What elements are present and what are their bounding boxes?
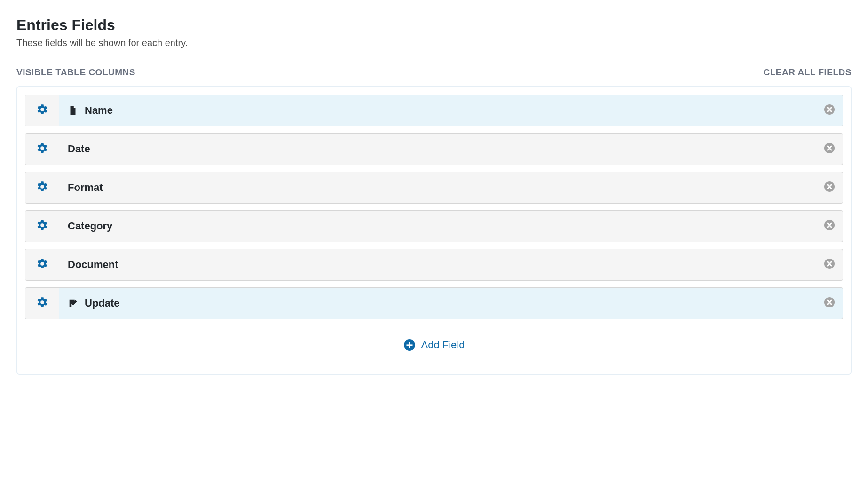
close-circle-icon xyxy=(824,258,835,271)
field-row[interactable]: Date xyxy=(25,133,843,165)
close-circle-icon xyxy=(824,104,835,117)
field-row[interactable]: Category xyxy=(25,210,843,242)
gear-icon xyxy=(36,219,48,233)
plus-circle-icon xyxy=(403,339,416,351)
field-settings-button[interactable] xyxy=(25,172,59,203)
field-label-cell[interactable]: Format xyxy=(59,172,816,203)
section-header: VISIBLE TABLE COLUMNS CLEAR ALL FIELDS xyxy=(16,67,852,78)
fields-list: NameDateFormatCategoryDocumentUpdate Add… xyxy=(16,86,852,375)
gear-icon xyxy=(36,142,48,156)
gear-icon xyxy=(36,296,48,310)
add-field-label: Add Field xyxy=(421,339,465,351)
remove-field-button[interactable] xyxy=(816,95,843,126)
add-field-button[interactable]: Add Field xyxy=(25,326,843,366)
field-label: Format xyxy=(68,181,103,194)
field-settings-button[interactable] xyxy=(25,134,59,165)
field-settings-button[interactable] xyxy=(25,249,59,280)
close-circle-icon xyxy=(824,220,835,233)
field-label: Date xyxy=(68,143,90,155)
close-circle-icon xyxy=(824,181,835,194)
field-settings-button[interactable] xyxy=(25,288,59,319)
field-settings-button[interactable] xyxy=(25,95,59,126)
field-row[interactable]: Update xyxy=(25,287,843,319)
field-label-cell[interactable]: Document xyxy=(59,249,816,280)
remove-field-button[interactable] xyxy=(816,211,843,242)
gear-icon xyxy=(36,103,48,118)
field-label-cell[interactable]: Category xyxy=(59,211,816,242)
remove-field-button[interactable] xyxy=(816,134,843,165)
field-label: Update xyxy=(85,297,120,309)
field-label: Document xyxy=(68,259,118,271)
document-icon xyxy=(68,105,78,116)
page-title: Entries Fields xyxy=(16,16,852,34)
remove-field-button[interactable] xyxy=(816,288,843,319)
field-label: Name xyxy=(85,104,113,117)
gear-icon xyxy=(36,181,48,195)
remove-field-button[interactable] xyxy=(816,249,843,280)
field-row[interactable]: Document xyxy=(25,249,843,281)
gear-icon xyxy=(36,258,48,272)
field-label-cell[interactable]: Date xyxy=(59,134,816,165)
field-label: Category xyxy=(68,220,112,232)
field-row[interactable]: Format xyxy=(25,172,843,204)
page-subtitle: These fields will be shown for each entr… xyxy=(16,38,852,48)
entries-fields-panel: Entries Fields These fields will be show… xyxy=(1,1,867,503)
close-circle-icon xyxy=(824,297,835,310)
field-row[interactable]: Name xyxy=(25,94,843,126)
svg-rect-8 xyxy=(406,344,412,346)
visible-columns-label: VISIBLE TABLE COLUMNS xyxy=(16,67,135,78)
edit-icon xyxy=(68,298,78,308)
close-circle-icon xyxy=(824,142,835,156)
remove-field-button[interactable] xyxy=(816,172,843,203)
field-label-cell[interactable]: Update xyxy=(59,288,816,319)
clear-all-fields-button[interactable]: CLEAR ALL FIELDS xyxy=(764,67,852,78)
field-settings-button[interactable] xyxy=(25,211,59,242)
field-label-cell[interactable]: Name xyxy=(59,95,816,126)
